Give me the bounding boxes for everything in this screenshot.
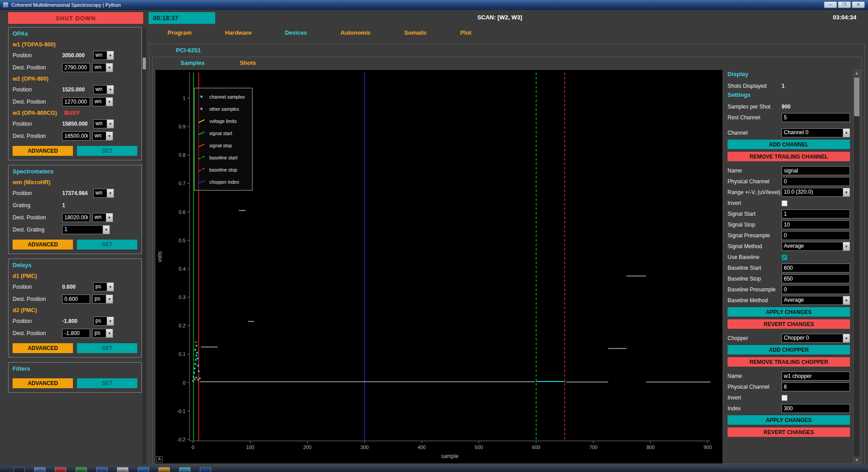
filters-section: Filters ADVANCED SET [8, 362, 142, 393]
x-tick-label: 100 [246, 445, 254, 450]
advanced-button[interactable]: ADVANCED [13, 146, 73, 156]
dest-position-input[interactable] [62, 213, 90, 222]
autoscale-button[interactable]: A [156, 456, 163, 463]
units-dropdown[interactable]: ps ▼ [93, 282, 114, 291]
tab-somatic[interactable]: Somatic [404, 29, 427, 36]
chopper-dropdown[interactable]: Chopper 0 ▼ [782, 334, 850, 343]
sidebar-scrollbar[interactable] [143, 27, 146, 464]
units-dropdown[interactable]: wn ▼ [93, 189, 114, 198]
chevron-down-icon: ▼ [106, 329, 113, 337]
remove-trailing-channel-button[interactable]: REMOVE TRAILING CHANNEL [728, 152, 850, 161]
chopper-index-input[interactable] [782, 404, 850, 413]
scroll-down-icon[interactable]: ▼ [854, 457, 860, 463]
legend-dot-swatch [198, 108, 205, 110]
units-dropdown[interactable]: ps ▼ [92, 329, 113, 338]
close-button[interactable]: ✕ [852, 1, 865, 8]
signal-stop-input[interactable] [782, 220, 850, 229]
baseline-start-label: Baseline Start [728, 265, 782, 271]
dest-position-input[interactable] [62, 329, 90, 338]
signal-method-dropdown[interactable]: Average ▼ [782, 242, 850, 251]
shots-displayed-value: 1 [782, 83, 785, 89]
settings-header: Settings [728, 91, 850, 101]
channel-dropdown[interactable]: Channel 0 ▼ [782, 128, 850, 137]
tab-devices[interactable]: Devices [285, 29, 307, 36]
baseline-start-input[interactable] [782, 263, 850, 272]
taskbar-app-5-icon[interactable] [96, 467, 108, 472]
panel-scrollbar[interactable]: ▲ ▼ [853, 69, 860, 464]
physical-channel-input[interactable] [782, 177, 850, 186]
devices-container: PCI-6251 Samples Shots 01002003004005006… [149, 44, 865, 465]
dest-position-input[interactable] [62, 295, 90, 304]
set-button[interactable]: SET [77, 146, 137, 156]
chopper-physical-channel-input[interactable] [782, 382, 850, 391]
units-dropdown[interactable]: wn ▼ [92, 132, 113, 141]
taskbar-app-7-icon[interactable] [138, 467, 149, 472]
units-dropdown[interactable]: wn ▼ [93, 85, 114, 94]
revert-chopper-changes-button[interactable]: REVERT CHANGES [728, 427, 850, 437]
add-channel-button[interactable]: ADD CHANNEL [728, 140, 850, 149]
tab-autonomic[interactable]: Autonomic [340, 29, 371, 36]
baseline-method-dropdown[interactable]: Average ▼ [782, 296, 850, 305]
taskbar-app-1-icon[interactable] [14, 467, 25, 472]
signal-presample-input[interactable] [782, 231, 850, 240]
taskbar-app-2-icon[interactable] [34, 467, 45, 472]
dest-grating-dropdown[interactable]: 1 ▼ [62, 225, 110, 234]
dest-position-input[interactable] [62, 97, 90, 106]
taskbar-app-10-icon[interactable] [200, 467, 211, 472]
taskbar-app-4-icon[interactable] [76, 467, 87, 472]
rest-channel-input[interactable] [782, 113, 850, 122]
scrollbar-thumb[interactable] [854, 77, 859, 116]
signal-start-input[interactable] [782, 209, 850, 218]
shutdown-button[interactable]: SHUT DOWN [8, 12, 143, 24]
taskbar-app-9-icon[interactable] [179, 467, 190, 472]
dest-position-input[interactable] [62, 63, 90, 72]
apply-changes-button[interactable]: APPLY CHANGES [728, 307, 850, 317]
windows-taskbar[interactable] [0, 466, 868, 472]
chopper-invert-checkbox[interactable] [782, 395, 787, 401]
channel-name-input[interactable] [782, 166, 850, 175]
channel-label: Channel [728, 130, 782, 136]
use-baseline-checkbox[interactable] [782, 254, 787, 260]
maximize-button[interactable]: ❐ [838, 1, 851, 8]
units-dropdown[interactable]: wn ▼ [93, 119, 114, 128]
taskbar-app-8-icon[interactable] [158, 467, 170, 472]
scroll-up-icon[interactable]: ▲ [854, 70, 860, 77]
tab-samples[interactable]: Samples [181, 59, 204, 66]
range-dropdown[interactable]: 10.0 (320.0) ▼ [782, 188, 850, 197]
units-dropdown[interactable]: ps ▼ [93, 317, 114, 326]
revert-changes-button[interactable]: REVERT CHANGES [728, 319, 850, 329]
tab-shots[interactable]: Shots [240, 59, 256, 66]
tab-plot[interactable]: Plot [460, 29, 471, 36]
invert-checkbox[interactable] [782, 200, 787, 206]
advanced-button[interactable]: ADVANCED [13, 343, 73, 353]
signal-stop-label: Signal Stop [728, 222, 782, 228]
baseline-stop-input[interactable] [782, 274, 850, 283]
tab-hardware[interactable]: Hardware [225, 29, 251, 36]
delay-d2-name: d2 (PMC) [13, 307, 37, 313]
set-button[interactable]: SET [77, 378, 137, 388]
tab-program[interactable]: Program [167, 29, 191, 36]
dest-position-input[interactable] [62, 132, 90, 141]
units-dropdown[interactable]: ps ▼ [92, 295, 113, 304]
baseline-presample-input[interactable] [782, 285, 850, 294]
units-dropdown[interactable]: wn ▼ [92, 97, 113, 106]
add-chopper-button[interactable]: ADD CHOPPER [728, 345, 850, 354]
device-subtabs: Samples Shots [181, 59, 256, 66]
taskbar-app-6-icon[interactable] [117, 467, 128, 472]
chopper-name-input[interactable] [782, 372, 850, 381]
set-button[interactable]: SET [77, 240, 137, 250]
apply-chopper-changes-button[interactable]: APPLY CHANGES [728, 415, 850, 425]
units-dropdown[interactable]: wn ▼ [93, 51, 114, 60]
advanced-button[interactable]: ADVANCED [13, 240, 73, 250]
scrollbar-thumb[interactable] [143, 58, 146, 69]
point-channel-samples [197, 358, 199, 359]
taskbar-app-3-icon[interactable] [55, 467, 66, 472]
samples-plot-area[interactable]: 0100200300400500600700800900-0.2-0.100.1… [155, 69, 723, 464]
units-dropdown[interactable]: wn ▼ [92, 63, 113, 72]
advanced-button[interactable]: ADVANCED [13, 378, 73, 388]
units-dropdown[interactable]: wn ▼ [92, 213, 113, 222]
minimize-button[interactable]: — [824, 1, 837, 8]
remove-trailing-chopper-button[interactable]: REMOVE TRAILING CHOPPER [728, 357, 850, 367]
plot-legend[interactable]: channel samplesother samplesvoltage limi… [194, 88, 253, 191]
set-button[interactable]: SET [77, 343, 137, 353]
